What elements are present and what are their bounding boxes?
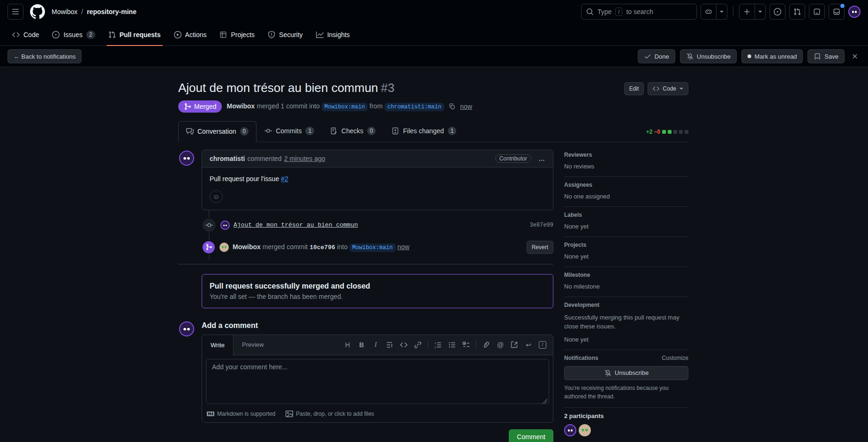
bulleted-list-tool-icon[interactable]: [445, 338, 459, 351]
sidebar-section-reviewers[interactable]: Reviewers No reviews: [564, 150, 688, 177]
numbered-list-tool-icon[interactable]: 1.2.: [431, 338, 445, 351]
commit-message-link[interactable]: Ajout de mon trésor au bien commun: [234, 221, 358, 229]
tab-checks[interactable]: Checks 0: [322, 121, 384, 142]
done-button[interactable]: Done: [638, 49, 675, 63]
tab-files-changed[interactable]: Files changed 1: [384, 121, 464, 142]
head-branch-chip[interactable]: chromatisti:main: [385, 103, 444, 111]
back-to-notifications-button[interactable]: ← Back to notifications: [8, 49, 82, 63]
comment-options-button[interactable]: …: [538, 155, 545, 162]
participant-avatar-chromatisti[interactable]: [564, 424, 576, 436]
merge-author-link[interactable]: Mowibox: [226, 102, 255, 110]
comment-textarea[interactable]: [206, 359, 549, 404]
italic-tool-icon[interactable]: I: [369, 338, 382, 351]
copy-icon[interactable]: [449, 103, 455, 110]
merge-commit-sha[interactable]: 10ce796: [309, 244, 335, 251]
repo-tab-actions[interactable]: Actions: [169, 23, 211, 46]
quote-tool-icon[interactable]: [383, 338, 396, 351]
cross-reference-tool-icon[interactable]: [508, 338, 521, 351]
markdown-icon: [207, 410, 214, 418]
create-new-button[interactable]: [739, 4, 755, 20]
mark-as-unread-button[interactable]: Mark as unread: [741, 49, 803, 63]
git-commit-icon: [264, 127, 272, 135]
merge-branch-chip[interactable]: Mowibox:main: [349, 244, 395, 252]
search-placeholder-suffix: to search: [626, 8, 653, 15]
heading-tool-icon[interactable]: H: [341, 338, 354, 351]
link-tool-icon[interactable]: [411, 338, 424, 351]
merge-author-avatar[interactable]: [219, 243, 229, 252]
close-shelf-button[interactable]: [849, 51, 860, 62]
comment-body: Pull request pour l'issue #2: [202, 168, 553, 190]
tab-label: Commits: [276, 127, 302, 135]
bold-tool-icon[interactable]: B: [355, 338, 368, 351]
repo-tab-insights[interactable]: Insights: [311, 23, 355, 46]
preview-tab[interactable]: Preview: [234, 335, 272, 355]
participants-row: [564, 424, 688, 436]
diff-block: [685, 130, 688, 134]
commit-author-avatar[interactable]: [220, 221, 230, 230]
revert-button[interactable]: Revert: [527, 241, 553, 254]
repo-tab-issues[interactable]: Issues 2: [47, 23, 99, 46]
paste-drop-link[interactable]: Paste, drop, or click to add files: [286, 410, 374, 418]
your-pull-requests-button[interactable]: [789, 4, 805, 20]
merge-author-link[interactable]: Mowibox: [233, 243, 261, 251]
comment-submit-button[interactable]: Comment: [509, 429, 553, 442]
github-logo[interactable]: [30, 4, 45, 19]
tab-commits[interactable]: Commits 1: [257, 121, 322, 142]
svg-text:2.: 2.: [435, 345, 437, 348]
github-pr-page: Mowibox / repository-mine Type / to sear…: [0, 0, 868, 442]
base-branch-chip[interactable]: Mowibox:main: [322, 103, 368, 111]
comment-action-text: commented: [247, 155, 281, 162]
copilot-dropdown-button[interactable]: [717, 4, 727, 20]
search-input[interactable]: Type / to search: [581, 4, 697, 20]
your-issues-button[interactable]: [770, 4, 785, 20]
write-tab[interactable]: Write: [202, 335, 234, 355]
code-tool-icon[interactable]: [397, 338, 410, 351]
user-avatar[interactable]: [848, 6, 860, 18]
tab-conversation[interactable]: Conversation 0: [178, 121, 257, 142]
sidebar-section-development[interactable]: Development Successfully merging this pu…: [564, 297, 688, 350]
saved-replies-tool-icon[interactable]: ↩: [522, 338, 535, 351]
repo-tab-code[interactable]: Code: [8, 23, 44, 46]
sidebar-section-projects[interactable]: Projects None yet: [564, 237, 688, 267]
sidebar-section-assignees[interactable]: Assignees No one assigned: [564, 177, 688, 207]
sidebar-section-milestone[interactable]: Milestone No milestone: [564, 267, 688, 297]
breadcrumb-owner[interactable]: Mowibox: [52, 8, 77, 15]
comment-author-avatar[interactable]: [179, 151, 194, 166]
customize-link[interactable]: Customize: [662, 355, 688, 361]
notifications-button[interactable]: [829, 4, 845, 20]
submit-row: Comment: [178, 429, 553, 442]
edit-button[interactable]: Edit: [624, 82, 644, 95]
merge-time[interactable]: now: [460, 103, 472, 110]
code-dropdown-button[interactable]: Code: [648, 82, 688, 95]
contributor-badge: Contributor: [495, 154, 531, 163]
git-pull-request-icon: [108, 31, 116, 38]
slash-commands-tool-icon[interactable]: /: [536, 338, 549, 351]
repo-tab-security[interactable]: Security: [263, 23, 308, 46]
hamburger-menu-button[interactable]: [8, 4, 23, 20]
file-diff-icon: [392, 127, 399, 135]
create-new-dropdown-button[interactable]: [755, 4, 766, 20]
issue-link[interactable]: #2: [281, 175, 288, 183]
save-button[interactable]: Save: [808, 49, 845, 63]
breadcrumb-repo[interactable]: repository-mine: [87, 8, 136, 15]
markdown-supported-link[interactable]: Markdown is supported: [207, 410, 275, 418]
task-list-tool-icon[interactable]: [460, 338, 473, 351]
search-icon: [586, 8, 594, 15]
attach-file-tool-icon[interactable]: [480, 338, 493, 351]
unsubscribe-button[interactable]: Unsubscribe: [680, 49, 737, 63]
sidebar-section-title: Development: [564, 302, 688, 308]
commit-sha-link[interactable]: 3e87e99: [530, 222, 553, 229]
copilot-button[interactable]: [701, 4, 717, 20]
mention-tool-icon[interactable]: @: [494, 338, 507, 351]
merge-timestamp[interactable]: now: [397, 243, 409, 251]
participant-avatar-mowibox[interactable]: [579, 424, 591, 436]
resize-grip[interactable]: [543, 399, 547, 404]
add-reaction-button[interactable]: ☺: [210, 190, 223, 203]
comment-author-link[interactable]: chromatisti: [210, 155, 245, 162]
sidebar-unsubscribe-button[interactable]: Unsubscribe: [564, 366, 688, 380]
sidebar-section-labels[interactable]: Labels None yet: [564, 207, 688, 237]
inbox-button[interactable]: [809, 4, 825, 20]
repo-tab-pull-requests[interactable]: Pull requests: [104, 23, 166, 46]
repo-tab-projects[interactable]: Projects: [215, 23, 259, 46]
comment-timestamp[interactable]: 2 minutes ago: [284, 155, 325, 162]
